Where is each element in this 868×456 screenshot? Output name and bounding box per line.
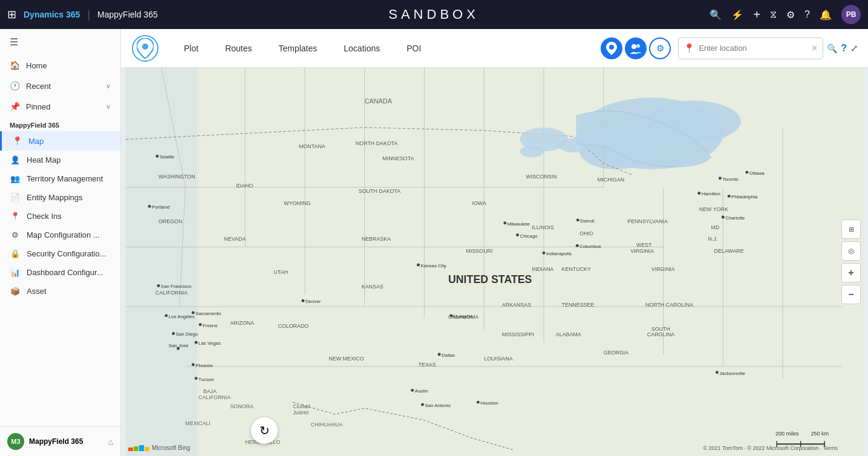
search-map-icon[interactable]: 🔍 — [827, 44, 837, 53]
svg-point-103 — [576, 244, 579, 247]
plus-icon[interactable]: + — [753, 8, 760, 22]
asset-label: Asset — [27, 287, 47, 296]
svg-text:MISSISSIPPI: MISSISSIPPI — [502, 331, 534, 337]
svg-text:Ciudad: Ciudad — [293, 403, 310, 409]
sidebar-item-pinned[interactable]: 📌 Pinned ∨ — [0, 96, 120, 117]
sidebar-item-map-config[interactable]: ⚙ Map Configuration ... — [0, 226, 120, 244]
svg-point-123 — [728, 195, 731, 198]
svg-text:Portland: Portland — [152, 204, 169, 210]
nav-templates[interactable]: Templates — [266, 39, 329, 58]
sidebar-item-security[interactable]: 🔒 Security Configuratio... — [0, 244, 120, 263]
sidebar-item-asset[interactable]: 📦 Asset — [0, 282, 120, 301]
svg-text:INDIANA: INDIANA — [532, 266, 553, 272]
svg-text:San Francisco: San Francisco — [161, 284, 192, 289]
svg-text:SOUTH DAKOTA: SOUTH DAKOTA — [359, 188, 400, 194]
expand-icon[interactable]: ⤢ — [850, 43, 858, 54]
lightning-icon[interactable]: ⚡ — [731, 9, 743, 21]
svg-point-111 — [411, 389, 414, 392]
help-map-icon[interactable]: ? — [841, 43, 847, 54]
svg-text:NEW YORK: NEW YORK — [699, 206, 728, 212]
svg-point-87 — [192, 311, 195, 314]
svg-text:MISSOURI: MISSOURI — [466, 248, 493, 254]
help-icon[interactable]: ? — [804, 9, 810, 20]
nav-locations[interactable]: Locations — [331, 39, 392, 58]
zoom-out-button[interactable]: − — [841, 285, 861, 304]
svg-text:Milwaukee: Milwaukee — [507, 221, 530, 227]
pinned-icon: 📌 — [10, 102, 20, 111]
location-search-input[interactable] — [699, 44, 808, 53]
svg-text:OHIO: OHIO — [579, 230, 593, 236]
action-settings-btn[interactable]: ⚙ — [649, 37, 671, 59]
map-svg: WASHINGTON OREGON CALIFORNIA IDAHO NEVAD… — [121, 68, 868, 456]
footer-chevron[interactable]: △ — [108, 438, 113, 446]
sidebar-item-home[interactable]: 🏠 Home — [0, 55, 120, 76]
svg-text:CHIHUAHUA: CHIHUAHUA — [311, 422, 343, 428]
apps-icon[interactable]: ⊞ — [7, 8, 16, 21]
svg-text:Sacramento: Sacramento — [195, 311, 221, 316]
svg-text:Kansas City: Kansas City — [421, 263, 446, 269]
pinned-chevron: ∨ — [106, 103, 111, 111]
sidebar-item-heat-map[interactable]: 👤 Heat Map — [0, 151, 120, 169]
topbar: ⊞ Dynamics 365 | MappyField 365 SANDBOX … — [0, 0, 868, 29]
content-area: Plot Routes Templates Locations POI ⚙ 📍 — [121, 29, 868, 456]
svg-text:Ottawa: Ottawa — [749, 171, 765, 176]
svg-text:TEXAS: TEXAS — [419, 362, 436, 368]
bell-icon[interactable]: 🔔 — [820, 9, 832, 21]
svg-text:KANSAS: KANSAS — [362, 284, 383, 290]
svg-point-2 — [631, 44, 636, 49]
action-pin-btn[interactable] — [601, 37, 622, 59]
dynamics-brand[interactable]: Dynamics 365 — [24, 10, 80, 19]
sidebar-footer: M3 MappyField 365 △ — [0, 426, 120, 456]
sidebar-item-dashboard[interactable]: 📊 Dashboard Configur... — [0, 263, 120, 282]
svg-text:Denver: Denver — [305, 299, 321, 304]
nav-routes[interactable]: Routes — [213, 39, 264, 58]
locate-button[interactable]: ◎ — [841, 241, 861, 261]
svg-point-83 — [192, 363, 195, 366]
sidebar-item-check-ins[interactable]: 📍 Check Ins — [0, 207, 120, 226]
sidebar-item-territory[interactable]: 👥 Territory Management — [0, 169, 120, 188]
svg-point-138 — [559, 138, 589, 153]
action-people-btn[interactable] — [625, 37, 647, 59]
svg-text:CALIFORNIA: CALIFORNIA — [155, 290, 188, 296]
refresh-button[interactable]: ↻ — [251, 417, 278, 444]
layers-button[interactable]: ⊞ — [841, 220, 861, 239]
settings-icon[interactable]: ⚙ — [786, 9, 795, 21]
nav-plot[interactable]: Plot — [172, 39, 210, 58]
map-area[interactable]: WASHINGTON OREGON CALIFORNIA IDAHO NEVAD… — [121, 68, 868, 456]
svg-point-119 — [719, 177, 722, 180]
svg-point-97 — [503, 221, 506, 224]
topbar-actions: 🔍 ⚡ + ⧖ ⚙ ? 🔔 PB — [710, 5, 861, 24]
map-icon: 📍 — [11, 136, 22, 146]
svg-point-91 — [195, 377, 198, 380]
nav-poi[interactable]: POI — [394, 39, 433, 58]
svg-text:BAJA: BAJA — [203, 388, 217, 394]
map-footer: © 2021 TomTom · © 2022 Microsoft Corpora… — [703, 445, 838, 451]
recent-chevron: ∨ — [106, 82, 111, 90]
app-name[interactable]: MappyField 365 — [97, 10, 158, 19]
sidebar-item-map[interactable]: 📍 Map — [0, 131, 120, 151]
sidebar: ☰ 🏠 Home 🕐 Recent ∨ 📌 Pinned ∨ MappyFiel… — [0, 29, 121, 456]
asset-icon: 📦 — [10, 287, 21, 296]
location-search-bar[interactable]: 📍 ✕ — [678, 37, 823, 59]
hamburger-menu[interactable]: ☰ — [0, 29, 120, 55]
svg-text:PENNSYLVANIA: PENNSYLVANIA — [627, 218, 668, 224]
zoom-in-button[interactable]: + — [841, 263, 861, 282]
svg-text:MEXICALI: MEXICALI — [185, 420, 210, 426]
map-controls: ⊞ ◎ + − — [841, 220, 861, 304]
sidebar-item-entity-mappings[interactable]: 📄 Entity Mappings — [0, 188, 120, 207]
svg-text:OREGON: OREGON — [158, 218, 182, 224]
svg-text:MONTANA: MONTANA — [299, 143, 325, 149]
mappy-logo-svg — [137, 38, 154, 59]
svg-point-113 — [421, 403, 424, 406]
svg-point-95 — [417, 263, 420, 266]
svg-point-3 — [636, 44, 640, 48]
scale-miles: 200 miles — [775, 431, 799, 437]
sidebar-item-recent[interactable]: 🕐 Recent ∨ — [0, 76, 120, 96]
svg-text:SONORA: SONORA — [230, 403, 253, 409]
clear-search-icon[interactable]: ✕ — [811, 44, 818, 53]
map-config-icon: ⚙ — [10, 230, 21, 239]
filter-icon[interactable]: ⧖ — [770, 9, 777, 20]
footer-avatar[interactable]: M3 — [7, 433, 24, 450]
user-avatar[interactable]: PB — [841, 5, 861, 24]
search-icon[interactable]: 🔍 — [710, 9, 722, 21]
